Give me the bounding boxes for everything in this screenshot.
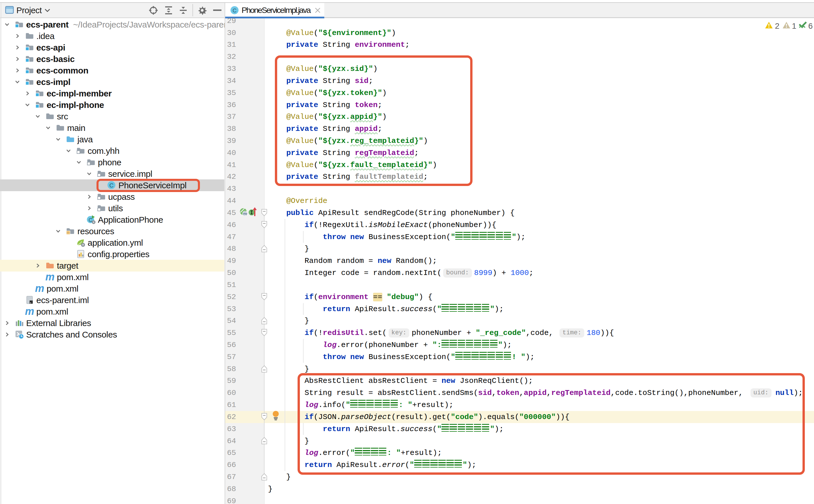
svg-text:C: C [233, 7, 237, 13]
